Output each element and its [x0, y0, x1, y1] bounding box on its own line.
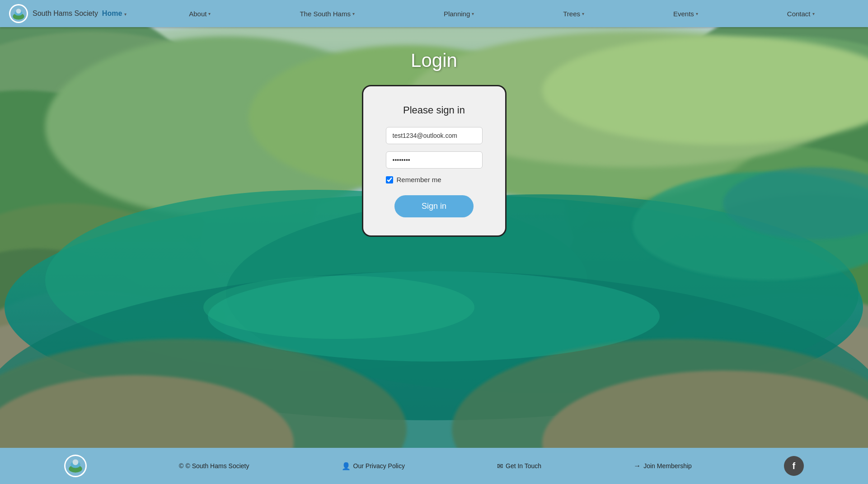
nav-item-trees[interactable]: Trees ▾	[558, 6, 590, 21]
person-icon: 👤	[342, 462, 351, 470]
nav-label-trees: Trees	[563, 10, 580, 18]
privacy-label: Our Privacy Policy	[353, 462, 405, 470]
contact-chevron-icon: ▾	[812, 11, 815, 16]
site-name: South Hams Society	[33, 9, 98, 17]
nav-item-planning[interactable]: Planning ▾	[438, 6, 479, 21]
page-title: Login	[411, 50, 457, 71]
footer: © © South Hams Society 👤 Our Privacy Pol…	[0, 448, 868, 484]
nav-menu: About ▾ The South Hams ▾ Planning ▾ Tree…	[145, 6, 859, 21]
remember-me-text: Remember me	[397, 176, 441, 183]
brand-text: South Hams Society Home ▾	[33, 9, 127, 18]
home-label: Home	[102, 9, 122, 17]
svg-point-40	[73, 459, 79, 465]
svg-point-3	[16, 9, 21, 14]
password-input[interactable]	[386, 151, 483, 169]
login-card: Please sign in Remember me Sign in	[362, 85, 507, 237]
trees-chevron-icon: ▾	[582, 11, 584, 16]
envelope-icon: ✉	[497, 462, 503, 470]
get-in-touch-link[interactable]: ✉ Get In Touch	[497, 462, 541, 470]
events-chevron-icon: ▾	[696, 11, 698, 16]
login-card-title: Please sign in	[403, 104, 465, 116]
nav-item-south-hams[interactable]: The South Hams ▾	[294, 6, 360, 21]
facebook-icon: f	[793, 461, 796, 471]
about-chevron-icon: ▾	[208, 11, 211, 16]
footer-copyright: © © South Hams Society	[179, 462, 249, 470]
nav-item-contact[interactable]: Contact ▾	[782, 6, 820, 21]
facebook-button[interactable]: f	[784, 456, 804, 476]
join-membership-link[interactable]: → Join Membership	[633, 462, 692, 470]
brand-link[interactable]: South Hams Society Home ▾	[9, 4, 127, 23]
contact-label: Get In Touch	[506, 462, 541, 470]
email-input[interactable]	[386, 127, 483, 144]
home-chevron-icon: ▾	[124, 12, 127, 17]
privacy-policy-link[interactable]: 👤 Our Privacy Policy	[342, 462, 405, 470]
membership-label: Join Membership	[643, 462, 692, 470]
nav-item-about[interactable]: About ▾	[183, 6, 216, 21]
planning-chevron-icon: ▾	[472, 11, 474, 16]
nav-label-south-hams: The South Hams	[300, 10, 351, 18]
copyright-text: © South Hams Society	[185, 462, 249, 470]
navbar: South Hams Society Home ▾ About ▾ The So…	[0, 0, 868, 27]
nav-label-events: Events	[673, 10, 694, 18]
nav-label-contact: Contact	[787, 10, 811, 18]
hero-section: Login Please sign in Remember me Sign in	[0, 0, 868, 484]
sign-in-button[interactable]: Sign in	[394, 195, 474, 217]
arrow-icon: →	[633, 462, 641, 470]
copyright-icon: ©	[179, 462, 183, 470]
nav-item-events[interactable]: Events ▾	[668, 6, 704, 21]
footer-logo	[64, 455, 87, 477]
brand-logo	[9, 4, 28, 23]
south-hams-chevron-icon: ▾	[352, 11, 355, 16]
hero-content: Login Please sign in Remember me Sign in	[0, 36, 868, 237]
nav-label-planning: Planning	[444, 10, 470, 18]
nav-label-about: About	[189, 10, 206, 18]
remember-me-label[interactable]: Remember me	[386, 176, 441, 183]
svg-point-36	[203, 276, 474, 339]
remember-me-checkbox[interactable]	[386, 176, 393, 183]
